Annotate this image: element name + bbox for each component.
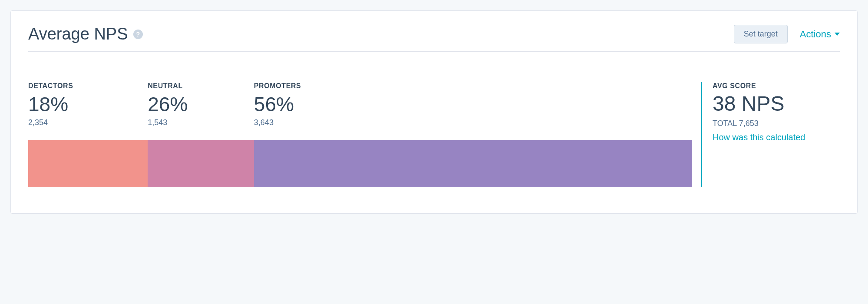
segments-column: DETACTORS18%2,354NEUTRAL26%1,543PROMOTER… bbox=[28, 82, 692, 187]
segment-percent: 26% bbox=[148, 93, 254, 116]
segment-label: PROMOTERS bbox=[254, 82, 692, 90]
segment-percent: 56% bbox=[254, 93, 692, 116]
segment-percent: 18% bbox=[28, 93, 148, 116]
segment-headers: DETACTORS18%2,354NEUTRAL26%1,543PROMOTER… bbox=[28, 82, 692, 135]
help-icon[interactable]: ? bbox=[133, 30, 143, 39]
set-target-button[interactable]: Set target bbox=[734, 25, 788, 43]
actions-label: Actions bbox=[800, 29, 831, 40]
calculation-link[interactable]: How was this calculated bbox=[713, 132, 840, 142]
nps-card: Average NPS ? Set target Actions DETACTO… bbox=[10, 10, 858, 214]
page-title: Average NPS bbox=[28, 25, 128, 43]
segment-count: 1,543 bbox=[148, 118, 254, 127]
segment-count: 3,643 bbox=[254, 118, 692, 127]
avg-score-value: 38 NPS bbox=[713, 93, 840, 116]
stacked-bar-chart bbox=[28, 140, 692, 187]
chevron-down-icon bbox=[835, 33, 840, 36]
segment-label: NEUTRAL bbox=[148, 82, 254, 90]
actions-dropdown[interactable]: Actions bbox=[800, 29, 840, 40]
segment-header: PROMOTERS56%3,643 bbox=[254, 82, 692, 135]
title-wrap: Average NPS ? bbox=[28, 25, 143, 43]
bar-segment bbox=[148, 140, 254, 187]
segment-header: DETACTORS18%2,354 bbox=[28, 82, 148, 135]
bar-segment bbox=[254, 140, 692, 187]
header-actions: Set target Actions bbox=[734, 25, 840, 43]
content-row: DETACTORS18%2,354NEUTRAL26%1,543PROMOTER… bbox=[28, 82, 840, 187]
segment-label: DETACTORS bbox=[28, 82, 148, 90]
segment-header: NEUTRAL26%1,543 bbox=[148, 82, 254, 135]
total-responses: TOTAL 7,653 bbox=[713, 119, 840, 128]
card-header: Average NPS ? Set target Actions bbox=[28, 25, 840, 52]
avg-score-label: AVG SCORE bbox=[713, 82, 840, 90]
segment-count: 2,354 bbox=[28, 118, 148, 127]
bar-segment bbox=[28, 140, 148, 187]
summary-column: AVG SCORE 38 NPS TOTAL 7,653 How was thi… bbox=[701, 82, 840, 187]
